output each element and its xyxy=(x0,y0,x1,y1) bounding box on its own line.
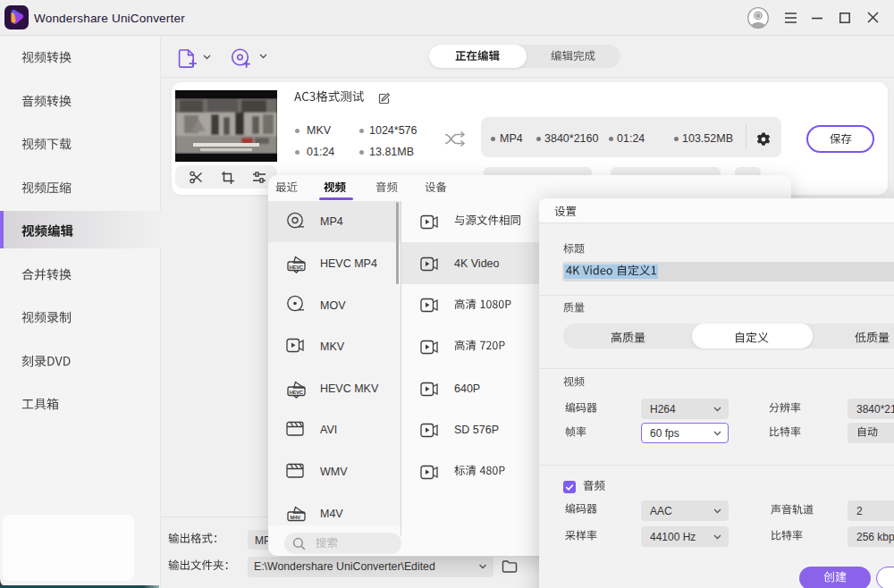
svg-text:M4V: M4V xyxy=(291,515,301,520)
svg-text:HEVC: HEVC xyxy=(290,265,304,270)
svg-text:HEVC: HEVC xyxy=(290,390,304,395)
